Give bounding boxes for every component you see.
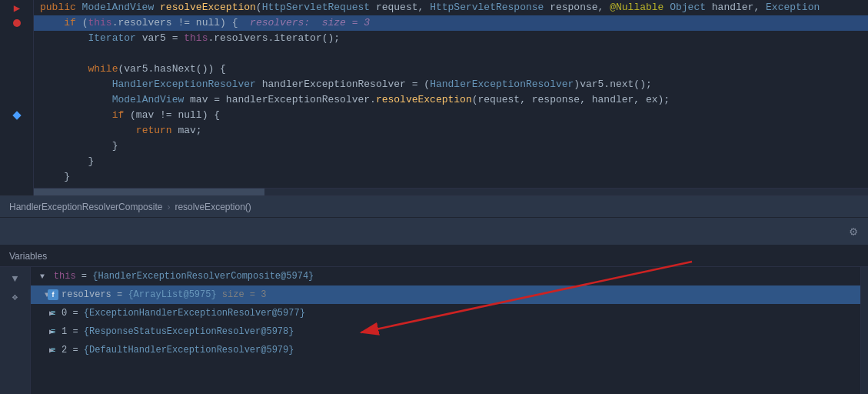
- toolbar-bar: ⚙: [0, 218, 868, 245]
- var-row-2[interactable]: ▶ ≡ 2 = {DefaultHandlerExceptionResolver…: [31, 341, 860, 359]
- gutter-row-2: [0, 15, 34, 31]
- breadcrumb-separator: ›: [167, 202, 170, 212]
- var-icon-list-1: ≡: [48, 326, 58, 337]
- code-hscrollbar[interactable]: [34, 188, 868, 195]
- variables-header: Variables: [0, 245, 868, 267]
- gutter-row-9: [0, 123, 34, 139]
- side-panel: ▼ ❖: [0, 267, 31, 394]
- expand-arrow-0[interactable]: ▶: [37, 309, 48, 318]
- gutter-row-11: [0, 154, 34, 169]
- hscroll-thumb[interactable]: [34, 189, 264, 195]
- expand-arrow-1[interactable]: ▶: [37, 327, 48, 336]
- expand-arrow-this[interactable]: ▼: [37, 272, 48, 281]
- code-line-7: ModelAndView mav = handlerExceptionResol…: [34, 92, 868, 108]
- gutter-row-7: [0, 92, 34, 108]
- red-dot-icon: [13, 19, 21, 27]
- var-icon-list-0: ≡: [48, 308, 58, 319]
- breadcrumb-bar: HandlerExceptionResolverComposite › reso…: [0, 196, 868, 218]
- variables-list: ▼ this = {HandlerExceptionResolverCompos…: [31, 267, 860, 394]
- expand-all-icon[interactable]: ▼: [8, 272, 22, 285]
- var-text-resolvers: resolvers = {ArrayList@5975} size = 3: [62, 289, 266, 300]
- code-line-11: }: [34, 154, 868, 169]
- var-icon-f-resolvers: f: [48, 289, 58, 300]
- filter-icon[interactable]: ❖: [8, 290, 22, 304]
- var-text-0: 0 = {ExceptionHandlerExceptionResolver@5…: [62, 308, 305, 319]
- code-line-12: }: [34, 169, 868, 185]
- code-lines: public ModelAndView resolveException(Htt…: [34, 0, 868, 195]
- var-text-1: 1 = {ResponseStatusExceptionResolver@597…: [62, 326, 294, 337]
- code-line-3: Iterator var5 = this.resolvers.iterator(…: [34, 31, 868, 46]
- variables-label: Variables: [9, 251, 47, 262]
- code-line-6: HandlerExceptionResolver handlerExceptio…: [34, 77, 868, 92]
- expand-arrow-2[interactable]: ▶: [37, 346, 48, 355]
- ide-window: ▶ public ModelAndView resolveException(H…: [0, 0, 868, 394]
- gutter-row-1: ▶: [0, 0, 34, 15]
- expand-arrow-resolvers[interactable]: ▼: [37, 291, 48, 299]
- var-icon-this: [48, 271, 54, 282]
- var-row-0[interactable]: ▶ ≡ 0 = {ExceptionHandlerExceptionResolv…: [31, 304, 860, 322]
- code-area: ▶ public ModelAndView resolveException(H…: [0, 0, 868, 196]
- gear-button[interactable]: ⚙: [846, 225, 860, 239]
- var-text-this: this = {HandlerExceptionResolverComposit…: [54, 271, 314, 282]
- arrow-icon: ▶: [14, 2, 20, 15]
- var-row-this[interactable]: ▼ this = {HandlerExceptionResolverCompos…: [31, 267, 860, 285]
- code-gutter: ▶: [0, 0, 34, 195]
- code-line-1: public ModelAndView resolveException(Htt…: [34, 0, 868, 15]
- var-row-resolvers[interactable]: ▼ f resolvers = {ArrayList@5975} size = …: [31, 285, 860, 304]
- code-line-5: while(var5.hasNext()) {: [34, 62, 868, 77]
- code-line-8: if (mav != null) {: [34, 108, 868, 123]
- code-line-9: return mav;: [34, 123, 868, 139]
- breadcrumb-class: HandlerExceptionResolverComposite: [9, 202, 162, 212]
- var-icon-list-2: ≡: [48, 345, 58, 356]
- breadcrumb-method: resolveException(): [175, 202, 251, 212]
- var-text-2: 2 = {DefaultHandlerExceptionResolver@597…: [62, 345, 294, 356]
- variables-panel: Variables ▼ ❖ ▼ this = {HandlerException…: [0, 245, 868, 394]
- gutter-row-4: [0, 46, 34, 62]
- gutter-row-6: [0, 77, 34, 92]
- code-line-10: }: [34, 139, 868, 154]
- gutter-row-10: [0, 139, 34, 154]
- var-row-1[interactable]: ▶ ≡ 1 = {ResponseStatusExceptionResolver…: [31, 322, 860, 341]
- gutter-row-5: [0, 62, 34, 77]
- variables-scrollbar[interactable]: [860, 267, 868, 394]
- gutter-row-12: [0, 169, 34, 185]
- gutter-row-8: [0, 108, 34, 123]
- blue-diamond-icon: [12, 111, 21, 119]
- code-line-2: if (this.resolvers != null) { resolvers:…: [34, 15, 868, 31]
- gutter-row-3: [0, 31, 34, 46]
- variables-content: ▼ ❖ ▼ this = {HandlerExceptionResolverCo…: [0, 267, 868, 394]
- code-line-4: [34, 46, 868, 62]
